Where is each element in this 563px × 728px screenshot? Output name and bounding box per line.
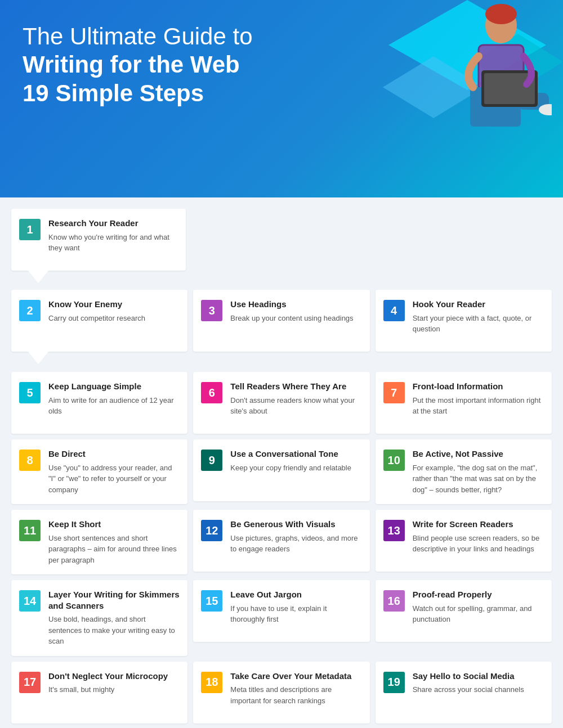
step-4-title: Hook Your Reader (413, 299, 544, 310)
header-title-light: The Ultimate Guide to (23, 23, 540, 51)
step-2-wrapper: 2 Know Your Enemy Carry out competitor r… (11, 290, 187, 352)
step-8-number: 8 (19, 450, 41, 471)
step-2-number: 2 (19, 300, 41, 321)
step-3-title: Use Headings (230, 299, 353, 310)
step-16-desc: Watch out for spelling, grammar, and pun… (413, 603, 544, 625)
step-11-title: Keep It Short (48, 519, 180, 530)
step-1-card: 1 Research Your Reader Know who you're w… (11, 209, 186, 271)
step-7-number: 7 (383, 382, 405, 403)
step-1-number: 1 (19, 219, 41, 240)
step-18-card: 18 Take Care Over Your Metadata Meta tit… (193, 662, 369, 723)
step-12-title: Be Generous With Visuals (230, 519, 361, 530)
step-13-number: 13 (383, 520, 405, 541)
step-15-number: 15 (201, 590, 222, 612)
step-11-card: 11 Keep It Short Use short sentences and… (11, 510, 187, 574)
step-14-desc: Use bold, headings, and short sentences … (48, 614, 180, 647)
step-18-title: Take Care Over Your Metadata (230, 671, 361, 682)
step-15-desc: If you have to use it, explain it thorou… (230, 603, 361, 625)
step-1-body: Research Your Reader Know who you're wri… (48, 218, 178, 254)
step-18-desc: Meta titles and descriptions are importa… (230, 684, 361, 706)
step-1-title: Research Your Reader (48, 218, 178, 229)
step-19-title: Say Hello to Social Media (413, 671, 524, 682)
step-16-card: 16 Proof-read Properly Watch out for spe… (376, 580, 552, 656)
step-12-number: 12 (201, 520, 222, 541)
step-16-number: 16 (383, 590, 405, 612)
step-18-number: 18 (201, 672, 222, 693)
content-area: 1 Research Your Reader Know who you're w… (0, 197, 563, 728)
step-4-desc: Start your piece with a fact, quote, or … (413, 313, 544, 335)
step-14-card: 14 Layer Your Writing for Skimmers and S… (11, 580, 187, 656)
step-13-desc: Blind people use screen readers, so be d… (413, 533, 544, 555)
step-8-card: 8 Be Direct Use "you" to address your re… (11, 439, 187, 504)
step-9-title: Use a Conversational Tone (230, 448, 351, 460)
step-12-card: 12 Be Generous With Visuals Use pictures… (193, 510, 369, 574)
step-14-title: Layer Your Writing for Skimmers and Scan… (48, 589, 180, 611)
step-10-number: 10 (383, 450, 405, 471)
step-5-card: 5 Keep Language Simple Aim to write for … (11, 372, 187, 434)
step-15-card: 15 Leave Out Jargon If you have to use i… (193, 580, 369, 656)
step-17-number: 17 (19, 672, 41, 693)
step-14-number: 14 (19, 590, 41, 612)
step-17-title: Don't Neglect Your Microcopy (48, 671, 168, 682)
step-19-card: 19 Say Hello to Social Media Share acros… (376, 662, 552, 723)
svg-point-4 (485, 4, 517, 24)
step-7-desc: Put the most important information right… (413, 395, 544, 417)
step-9-desc: Keep your copy friendly and relatable (230, 462, 351, 474)
step-10-title: Be Active, Not Passive (413, 448, 544, 460)
step-6-desc: Don't assume readers know what your site… (230, 395, 361, 417)
step-4-card: 4 Hook Your Reader Start your piece with… (376, 290, 552, 352)
step-1-arrow (28, 271, 48, 283)
step-17-desc: It's small, but mighty (48, 684, 168, 695)
step-6-title: Tell Readers Where They Are (230, 381, 361, 392)
step-3-desc: Break up your content using headings (230, 313, 353, 324)
step-2-arrow (28, 352, 48, 364)
step-6-card: 6 Tell Readers Where They Are Don't assu… (193, 372, 369, 434)
step-8-title: Be Direct (48, 448, 180, 460)
step-7-title: Front-load Information (413, 381, 544, 392)
row-567: 5 Keep Language Simple Aim to write for … (11, 372, 552, 434)
step-8-desc: Use "you" to address your reader, and "I… (48, 462, 180, 496)
step-11-desc: Use short sentences and short paragraphs… (48, 533, 180, 566)
step-5-desc: Aim to write for an audience of 12 year … (48, 395, 180, 417)
row-111213: 11 Keep It Short Use short sentences and… (11, 510, 552, 574)
step-7-card: 7 Front-load Information Put the most im… (376, 372, 552, 434)
row-171819: 17 Don't Neglect Your Microcopy It's sma… (11, 662, 552, 723)
step-6-number: 6 (201, 382, 222, 403)
row-8910: 8 Be Direct Use "you" to address your re… (11, 439, 552, 504)
step-2-card: 2 Know Your Enemy Carry out competitor r… (11, 290, 187, 352)
row-141516: 14 Layer Your Writing for Skimmers and S… (11, 580, 552, 656)
header-title-bold: Writing for the Web19 Simple Steps (23, 51, 540, 107)
step-13-card: 13 Write for Screen Readers Blind people… (376, 510, 552, 574)
step-16-title: Proof-read Properly (413, 589, 544, 600)
step-13-title: Write for Screen Readers (413, 519, 544, 530)
step-15-title: Leave Out Jargon (230, 589, 361, 600)
step-10-desc: For example, "the dog sat on the mat", r… (413, 462, 544, 496)
step-2-title: Know Your Enemy (48, 299, 145, 310)
step-3-number: 3 (201, 300, 222, 321)
step-1-desc: Know who you're writing for and what the… (48, 232, 178, 254)
row-234: 2 Know Your Enemy Carry out competitor r… (11, 290, 552, 352)
step-1-wrapper: 1 Research Your Reader Know who you're w… (11, 209, 186, 271)
step-12-desc: Use pictures, graphs, videos, and more t… (230, 533, 361, 555)
step-10-card: 10 Be Active, Not Passive For example, "… (376, 439, 552, 504)
step-17-card: 17 Don't Neglect Your Microcopy It's sma… (11, 662, 187, 723)
step-9-card: 9 Use a Conversational Tone Keep your co… (193, 439, 369, 504)
header: The Ultimate Guide to Writing for the We… (0, 0, 563, 197)
step-5-title: Keep Language Simple (48, 381, 180, 392)
step-19-desc: Share across your social channels (413, 684, 524, 695)
step-3-card: 3 Use Headings Break up your content usi… (193, 290, 369, 352)
step-4-number: 4 (383, 300, 405, 321)
step-11-number: 11 (19, 520, 41, 541)
step-9-number: 9 (201, 450, 222, 471)
step-5-number: 5 (19, 382, 41, 403)
step-19-number: 19 (383, 672, 405, 693)
step-2-desc: Carry out competitor research (48, 313, 145, 324)
